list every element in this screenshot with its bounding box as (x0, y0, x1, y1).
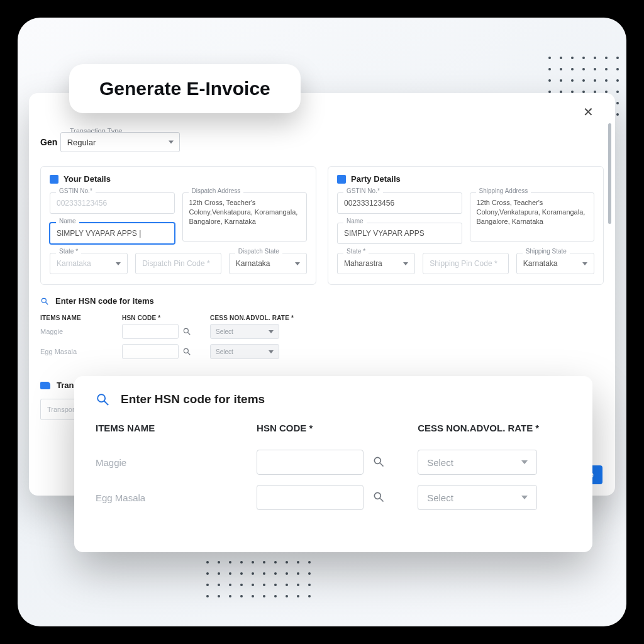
title-chip: Generate E-Invoice (69, 64, 301, 113)
your-name-label: Name (56, 218, 79, 225)
details-icon (50, 175, 58, 184)
hsn-code-input[interactable] (122, 324, 179, 339)
zoom-heading: Enter HSN code for items (121, 392, 265, 406)
chevron-down-icon (116, 262, 121, 265)
hsn-zoom-card: Enter HSN code for items ITEMS NAME HSN … (74, 376, 592, 552)
decorative-dots-bottom (206, 561, 311, 597)
chevron-down-icon (403, 262, 408, 265)
party-details-heading: Party Details (351, 174, 401, 184)
svg-line-11 (380, 499, 384, 502)
your-state-select[interactable]: Karnataka (50, 253, 128, 274)
transaction-type-select[interactable]: Regular (60, 132, 180, 152)
svg-point-6 (97, 394, 105, 402)
hsn-code-input[interactable] (257, 485, 364, 510)
your-gstin-input[interactable]: 002333123456 (50, 192, 175, 214)
party-details-section: Party Details GSTIN No.* 002333123456 Na… (328, 166, 604, 285)
cess-rate-select[interactable]: Select (418, 485, 537, 510)
item-name: Egg Masala (40, 348, 122, 355)
search-icon (96, 392, 109, 406)
party-gstin-label: GSTIN No.* (343, 187, 383, 194)
cess-rate-select[interactable]: Select (210, 324, 279, 339)
search-icon[interactable] (182, 347, 191, 356)
col-cess-rate: CESS NON.ADVOL. RATE * (210, 314, 298, 321)
item-name: Maggie (96, 457, 257, 468)
chevron-down-icon (295, 262, 300, 265)
zoom-col-cess-rate: CESS NON.ADVOL. RATE * (418, 423, 571, 433)
search-icon[interactable] (372, 491, 386, 504)
chevron-down-icon (521, 460, 528, 464)
party-state-select[interactable]: Maharastra (337, 253, 415, 274)
chevron-down-icon (269, 350, 274, 353)
zoom-col-items-name: ITEMS NAME (96, 423, 257, 433)
table-row: Maggie Select (96, 445, 571, 480)
your-state-label: State * (56, 248, 81, 255)
svg-line-9 (380, 464, 384, 467)
shipping-pin-input[interactable]: Shipping Pin Code * (423, 253, 509, 274)
shipping-state-label: Shipping State (523, 248, 570, 255)
dispatch-address-input[interactable]: 12th Cross, Teacher's Colony,Venkatapura… (182, 192, 308, 242)
svg-line-5 (188, 353, 191, 355)
svg-point-10 (374, 492, 380, 499)
chevron-down-icon (269, 330, 274, 333)
svg-point-0 (42, 298, 46, 303)
close-icon[interactable]: ✕ (583, 104, 594, 119)
item-name: Egg Masala (96, 492, 257, 503)
zoom-col-hsn-code: HSN CODE * (257, 423, 418, 433)
svg-point-2 (184, 328, 188, 333)
party-gstin-input[interactable]: 002333123456 (337, 192, 462, 214)
hsn-code-input[interactable] (257, 450, 364, 475)
col-items-name: ITEMS NAME (40, 314, 122, 321)
party-state-label: State * (343, 248, 369, 255)
search-icon[interactable] (372, 455, 386, 469)
hsn-code-input[interactable] (122, 344, 179, 359)
svg-line-7 (104, 401, 108, 405)
table-row: Maggie Select (40, 321, 604, 341)
modal-title: Gen (40, 137, 57, 147)
details-icon (337, 175, 346, 184)
hsn-heading: Enter HSN code for items (55, 296, 154, 306)
promo-card: Generate E-Invoice Gen ✕ Transaction Typ… (18, 18, 626, 626)
svg-point-4 (184, 348, 188, 353)
svg-line-1 (46, 302, 48, 304)
party-name-label: Name (343, 218, 367, 225)
table-row: Egg Masala Select (96, 480, 571, 515)
shipping-state-select[interactable]: Karnataka (516, 253, 594, 274)
chevron-down-icon (582, 262, 587, 265)
search-icon[interactable] (182, 327, 191, 336)
chevron-down-icon (169, 141, 174, 144)
item-name: Maggie (40, 328, 122, 335)
shipping-address-label: Shipping Address (476, 187, 531, 194)
svg-line-3 (188, 333, 191, 335)
truck-icon (40, 382, 50, 389)
search-icon (40, 297, 49, 306)
transaction-type-value: Regular (67, 138, 96, 147)
dispatch-state-label: Dispatch State (235, 248, 282, 255)
party-name-input[interactable]: SIMPLY VYAPAR APPS (337, 223, 462, 244)
dispatch-state-select[interactable]: Karnataka (229, 253, 307, 274)
col-hsn-code: HSN CODE * (122, 314, 210, 321)
shipping-address-input[interactable]: 12th Cross, Teacher's Colony,Venkatapura… (470, 192, 595, 242)
your-name-input[interactable]: SIMPLY VYAPAR APPS | (50, 223, 175, 244)
your-details-heading: Your Details (64, 174, 111, 184)
svg-point-8 (374, 457, 380, 464)
chevron-down-icon (521, 496, 528, 499)
cess-rate-select[interactable]: Select (210, 344, 279, 359)
cess-rate-select[interactable]: Select (418, 450, 537, 475)
dispatch-address-label: Dispatch Address (189, 187, 244, 194)
dispatch-pin-input[interactable]: Dispatch Pin Code * (135, 253, 221, 274)
your-gstin-label: GSTIN No.* (56, 187, 96, 194)
table-row: Egg Masala Select (40, 341, 604, 362)
your-details-section: Your Details GSTIN No.* 002333123456 Nam… (40, 166, 316, 285)
